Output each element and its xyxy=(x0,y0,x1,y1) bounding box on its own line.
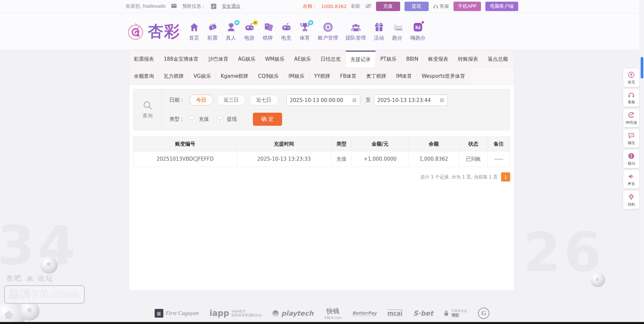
exclamation-icon xyxy=(628,152,635,160)
widget-im-recharge[interactable]: C IM充值 xyxy=(623,109,639,127)
watermark-right-text: 论坛 xyxy=(38,274,54,283)
tab-daily-summary[interactable]: 日结总览 xyxy=(316,51,346,67)
refresh-link[interactable]: 刷新 xyxy=(351,3,361,9)
tab-im[interactable]: IM娱乐 xyxy=(284,68,309,85)
padlock-icon xyxy=(444,310,449,316)
partner-label: First Cagayan xyxy=(166,310,199,317)
nav-item-board-games[interactable]: 棋牌 xyxy=(259,22,277,41)
tab-cq9[interactable]: CQ9娱乐 xyxy=(253,68,284,85)
deposit-button[interactable]: 充值 xyxy=(376,2,400,11)
live-person-icon: N xyxy=(226,22,236,33)
tab-ae[interactable]: AE娱乐 xyxy=(289,51,316,67)
tab-balance-query[interactable]: 余额查询 xyxy=(129,68,159,85)
tab-bbin[interactable]: BBIN xyxy=(401,51,423,67)
tab-lottery-report[interactable]: 彩票报表 xyxy=(129,51,159,67)
tab-188bet-sports[interactable]: 188金宝博体育 xyxy=(159,51,204,67)
withdraw-checkbox[interactable] xyxy=(217,116,223,122)
widget-customer-service[interactable]: 客服 xyxy=(623,89,639,107)
widget-back-to-top[interactable]: 首页 xyxy=(623,68,639,87)
widget-question[interactable]: 疑问 xyxy=(623,150,639,168)
tab-wali-games[interactable]: 瓦力棋牌 xyxy=(159,68,189,85)
nav-item-team[interactable]: 团队管理 xyxy=(342,22,370,41)
tab-account-change-report[interactable]: 账变报表 xyxy=(423,51,453,67)
col-account-change-id: 账变编号 xyxy=(133,137,237,151)
tab-transfer-report[interactable]: 转账报表 xyxy=(453,51,483,67)
to-label: 至 xyxy=(366,97,371,103)
widget-chat[interactable]: 聊天 xyxy=(623,129,639,148)
date-filter-row: 日期： 今日 近三日 近七日 2025-10-13 00:00:00 至 202… xyxy=(169,91,502,110)
widget-idle[interactable]: 挂机 xyxy=(623,191,639,209)
tab-aoding-games[interactable]: 奥丁棋牌 xyxy=(362,68,391,85)
chat-bubble-icon xyxy=(628,132,635,139)
nav-item-hi-paofen[interactable]: hi 嗨跑分 xyxy=(407,22,429,41)
nav-label: 棋牌 xyxy=(263,35,273,41)
partner-label: mcai xyxy=(387,310,402,317)
diamond-icon xyxy=(628,193,635,201)
cards-icon xyxy=(263,22,273,33)
confirm-button[interactable]: 确 定 xyxy=(253,113,282,126)
partner-subtext: 99bill.com xyxy=(324,316,342,320)
calendar-icon[interactable] xyxy=(352,98,357,103)
cell-amount: +1,000.0000 xyxy=(352,151,408,167)
trophy-icon: N xyxy=(300,22,310,33)
tab-saba-sports[interactable]: 沙巴体育 xyxy=(204,51,233,67)
slots-gamepad-icon: H xyxy=(244,22,255,33)
range-7days-button[interactable]: 近七日 xyxy=(249,95,278,106)
calendar-icon[interactable] xyxy=(439,98,444,103)
tabs-row-2: 余额查询 瓦力棋牌 VG娱乐 Kgame棋牌 CQ9娱乐 IM娱乐 YY棋牌 F… xyxy=(129,68,514,85)
tab-kgame[interactable]: Kgame棋牌 xyxy=(216,68,253,85)
nav-item-esports[interactable]: 电竞 xyxy=(277,22,296,41)
cell-remark: ----- xyxy=(487,151,510,167)
tab-fb-sports[interactable]: FB体育 xyxy=(335,68,362,85)
tab-wm[interactable]: WM娱乐 xyxy=(260,51,289,67)
nav-item-slots[interactable]: H 电游 xyxy=(240,22,259,41)
widget-sound[interactable]: 声音 xyxy=(623,170,639,188)
tab-im-sports[interactable]: IM体育 xyxy=(391,68,417,85)
page-1-button[interactable]: 1 xyxy=(501,172,510,181)
tab-ag[interactable]: AG娱乐 xyxy=(233,51,261,67)
back-to-top-icon xyxy=(628,71,635,78)
nav-item-live[interactable]: N 真人 xyxy=(222,22,240,41)
tab-pt[interactable]: PT娱乐 xyxy=(376,51,401,67)
range-3days-button[interactable]: 近三日 xyxy=(217,95,246,106)
message-envelope-icon[interactable] xyxy=(171,4,177,9)
balance-value: 1000.8362 xyxy=(321,4,347,9)
customer-service-link[interactable]: 客服 xyxy=(433,3,449,9)
nav-item-paofen[interactable]: 犀牛跑分平台 跑分 xyxy=(388,22,407,41)
tab-yy[interactable]: YY棋牌 xyxy=(309,68,335,85)
widget-label: 客服 xyxy=(628,100,635,104)
scrollbar-thumb[interactable] xyxy=(641,57,643,78)
date-to-input[interactable]: 2025-10-13 13:23:44 xyxy=(374,95,448,106)
nav-item-lottery[interactable]: 彩票 xyxy=(203,22,222,41)
withdraw-button[interactable]: 提现 xyxy=(405,2,429,11)
col-status: 状态 xyxy=(459,137,487,151)
partner-subtext: 可靠&安全 xyxy=(451,309,467,313)
nav-label: 团队管理 xyxy=(346,35,366,41)
tab-rebate-total[interactable]: 返点总额 xyxy=(483,51,513,67)
nav-item-home[interactable]: 首页 xyxy=(185,22,203,41)
nav-label: 彩票 xyxy=(208,35,218,41)
page: 34 26 欢迎您, hadesado 预留信息： 安全退出 xyxy=(0,0,644,324)
deposit-checkbox[interactable] xyxy=(189,116,196,122)
tab-vg[interactable]: VG娱乐 xyxy=(189,68,216,85)
mobile-app-button[interactable]: 手机APP xyxy=(453,2,481,11)
scrollbar-track[interactable] xyxy=(640,0,644,324)
nav-item-promotions[interactable]: 活动 xyxy=(370,22,388,41)
range-today-button[interactable]: 今日 xyxy=(189,95,213,106)
tab-deposit-withdraw-records[interactable]: 充提记录 xyxy=(346,51,376,67)
nav-item-sports[interactable]: N 体育 xyxy=(296,22,314,41)
col-balance: 余额 xyxy=(408,137,459,151)
nav-item-account[interactable]: ¥ 账户管理 xyxy=(314,22,342,41)
nav-label: 首页 xyxy=(189,35,199,41)
pagination-summary: 总计 1 个记录, 分为 1 页, 当前第 1 页 xyxy=(420,174,498,180)
logout-link[interactable]: 安全退出 xyxy=(222,3,240,9)
site-logo[interactable]: 杏彩 xyxy=(126,21,180,42)
eye-off-icon[interactable] xyxy=(365,3,372,10)
edit-pencil-icon[interactable] xyxy=(211,4,216,9)
main-panel: 彩票报表 188金宝博体育 沙巴体育 AG娱乐 WM娱乐 AE娱乐 日结总览 充… xyxy=(129,50,515,291)
date-from-input[interactable]: 2025-10-13 00:00:00 xyxy=(286,95,360,106)
type-filter-row: 类型： 充值 提现 确 定 xyxy=(169,110,502,129)
tab-wesports[interactable]: Wesports世界体育 xyxy=(417,68,470,85)
pc-client-button[interactable]: 电脑客户端 xyxy=(485,2,518,11)
im-recharge-icon: C xyxy=(628,111,635,119)
